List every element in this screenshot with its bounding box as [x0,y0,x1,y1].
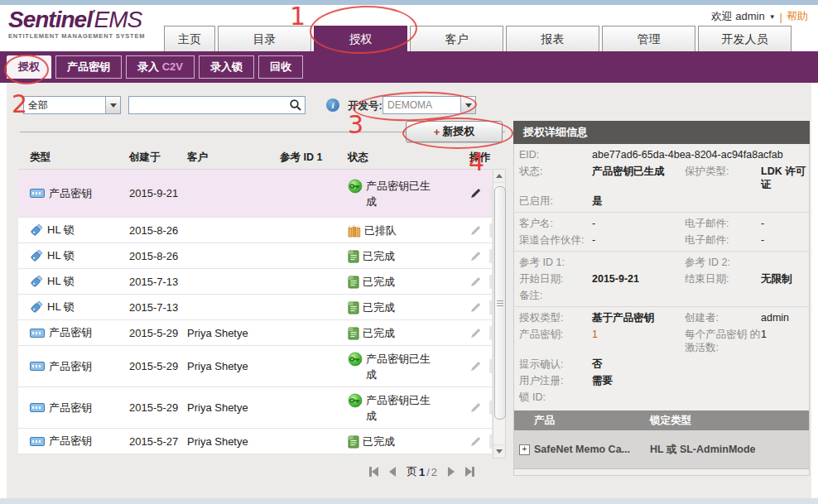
sub-tab-录入锁[interactable]: 录入锁 [199,55,254,79]
type-label: 产品密钥 [49,401,92,415]
table-row[interactable]: 产品密钥 2015-9-21 产品密钥已生成 [18,170,492,218]
content-area: 全部 i 开发号: DEMOMA + 新授权 类型 创建于 客户 参考 ID 1… [0,83,818,498]
enabled-value: 是 [592,194,685,208]
registration-value: 需要 [592,374,685,387]
search-input[interactable] [129,98,289,113]
sub-tab-产品密钥[interactable]: 产品密钥 [55,55,122,79]
current-page: 1 [419,466,425,478]
page-separator: / [426,466,430,478]
search-icon[interactable] [289,98,302,112]
product-key-icon [30,437,45,446]
main-tab-管理[interactable]: 管理 [602,26,695,51]
table-row[interactable]: 产品密钥 2015-5-29 Priya Shetye 已完成 [18,320,492,346]
cell-status: 产品密钥已生成 [348,178,451,209]
table-row[interactable]: HL 锁 2015-7-13 已完成 [18,295,492,320]
table-row[interactable]: HL 锁 2015-8-26 已完成 [18,243,492,269]
edit-pencil-icon[interactable] [469,250,482,262]
scroll-up-button[interactable] [493,170,505,183]
user-menu-caret-icon[interactable]: ▼ [769,13,776,21]
sentinel-ems-app: Sentinel’EMS ENTITLEMENT MANAGEMENT SYST… [0,0,818,504]
sub-tab-录入 C2V[interactable]: 录入 C2V [126,55,195,79]
table-row[interactable]: 产品密钥 2015-5-29 Priya Shetye 产品密钥已生成 [18,346,492,387]
search-box[interactable] [128,96,306,114]
edit-pencil-icon[interactable] [469,187,482,199]
triangle-up-icon [496,174,503,178]
edit-pencil-icon[interactable] [469,327,482,339]
last-page-button[interactable] [465,467,474,477]
developer-id-dropdown-button[interactable] [460,97,475,113]
edit-pencil-icon[interactable] [469,224,482,237]
cell-created: 2015-5-29 [129,327,187,339]
next-page-button[interactable] [448,467,455,477]
sub-tab-回收[interactable]: 回收 [258,55,303,79]
cell-status: 已完成 [348,300,451,315]
user-bar: 欢迎 admin ▼ | 帮助 [711,9,808,24]
status-label: 已排队 [364,223,397,238]
main-tab-授权[interactable]: 授权 [314,26,407,51]
cell-type: 产品密钥 [30,359,129,374]
cell-status: 产品密钥已生成 [348,351,451,382]
protection-label: 保护类型: [685,165,761,191]
main-tab-开发人员[interactable]: 开发人员 [698,26,792,51]
edit-pencil-icon[interactable] [469,301,482,314]
enabled-label: 已启用: [519,194,592,208]
first-page-button[interactable] [369,467,378,477]
col-header-customer: 客户 [187,151,280,165]
lock-id-value [592,391,685,404]
table-row[interactable]: 产品密钥 2015-5-27 Priya Shetye 已完成 [18,429,492,454]
type-label: 产品密钥 [49,359,92,374]
email2-value: - [761,233,809,247]
expand-icon[interactable]: + [519,444,530,455]
edit-pencil-icon[interactable] [469,435,482,448]
page-indicator: 页 1 / 2 [407,464,437,479]
edit-pencil-icon[interactable] [469,401,482,414]
filter-type-dropdown-button[interactable] [105,97,120,113]
product-row[interactable]: + SafeNet Memo Ca... HL 或 SL-AdminMode [514,430,809,469]
pagination: 页 1 / 2 [369,464,474,479]
main-tabs: 主页目录授权客户报表管理开发人员 [164,26,792,51]
table-row[interactable]: HL 锁 2015-8-26 已排队 [18,218,492,243]
type-label: 产品密钥 [49,186,92,201]
edit-pencil-icon[interactable] [469,360,482,372]
cell-created: 2015-5-29 [129,401,187,414]
help-link[interactable]: 帮助 [787,9,808,24]
cell-created: 2015-7-13 [129,301,187,314]
filter-type-dropdown[interactable]: 全部 [23,96,121,114]
panel-filler [514,469,809,475]
developer-id-label: 开发号: [348,99,383,113]
plus-icon: + [434,126,440,138]
eid-value: abe77ad6-65da-4bea-8204-ac94fa8acfab [592,148,809,161]
status-completed-icon [348,435,359,449]
cell-customer: Priya Shetye [187,435,280,448]
scrollbar-thumb[interactable] [494,186,506,420]
product-keys-link[interactable]: 1 [592,328,685,354]
lock-type-col-header: 锁定类型 [650,414,809,428]
table-scrollbar[interactable] [493,169,506,458]
main-tab-主页[interactable]: 主页 [164,26,215,51]
entitlement-type-value: 基于产品密钥 [592,311,685,324]
new-entitlement-label: 新授权 [442,124,474,139]
entitlements-table-header: 类型 创建于 客户 参考 ID 1 状态 操作 [18,147,492,167]
main-tab-客户[interactable]: 客户 [410,26,503,51]
edit-pencil-icon[interactable] [469,276,482,288]
main-tab-label: 管理 [638,32,661,46]
prev-page-button[interactable] [389,467,396,477]
table-row[interactable]: HL 锁 2015-7-13 已完成 [18,269,492,295]
app-header: Sentinel’EMS ENTITLEMENT MANAGEMENT SYST… [0,5,818,51]
table-row[interactable]: 产品密钥 2015-5-29 Priya Shetye 产品密钥已生成 [18,387,492,429]
col-header-ref-id: 参考 ID 1 [280,151,348,165]
main-tab-label: 目录 [253,32,277,46]
chevron-down-icon [465,103,472,108]
scroll-down-button[interactable] [493,444,505,458]
product-key-icon [30,403,45,412]
info-icon[interactable]: i [326,98,339,112]
developer-id-dropdown[interactable]: DEMOMA [383,96,476,114]
new-entitlement-button[interactable]: + 新授权 [406,121,503,142]
cell-type: 产品密钥 [30,401,129,415]
activations-label: 每个产品密钥 的激活数: [685,328,761,354]
product-table-header: 产品 锁定类型 [514,410,809,430]
sub-tab-授权[interactable]: 授权 [7,55,51,79]
main-tab-报表[interactable]: 报表 [506,26,599,51]
end-date-value: 无限制 [761,272,809,286]
main-tab-目录[interactable]: 目录 [218,26,311,51]
